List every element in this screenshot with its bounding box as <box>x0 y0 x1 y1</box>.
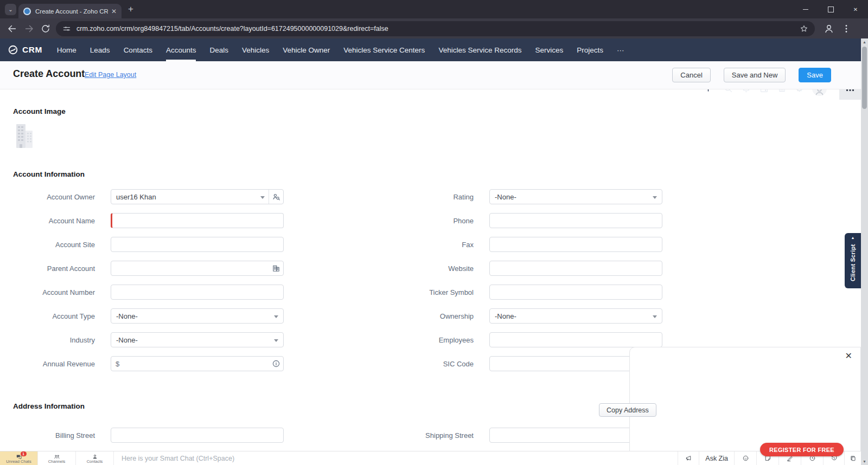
zoho-crm-logo[interactable]: CRM <box>8 44 42 55</box>
account-site-input[interactable] <box>111 237 284 252</box>
window-controls: ✕ <box>793 0 868 18</box>
website-input[interactable] <box>489 261 662 276</box>
profile-icon[interactable] <box>824 23 834 34</box>
chevron-down-icon <box>260 196 265 199</box>
parent-account-input[interactable] <box>111 261 284 276</box>
account-owner-value: user16 Khan <box>116 193 156 201</box>
rating-select[interactable]: -None- <box>489 189 662 204</box>
tab-close-icon[interactable]: ✕ <box>111 8 117 15</box>
phone-input[interactable] <box>489 213 662 228</box>
nav-item-services[interactable]: Services <box>535 38 563 61</box>
smart-chat-input[interactable]: Here is your Smart Chat (Ctrl+Space) <box>114 451 678 465</box>
chat-tab-contacts[interactable]: Contacts <box>76 451 114 465</box>
edit-page-layout-link[interactable]: Edit Page Layout <box>85 71 136 79</box>
section-title-account-information: Account Information <box>13 170 85 178</box>
account-number-input[interactable] <box>111 285 284 300</box>
field-control-account-name <box>111 213 284 228</box>
ownership-select[interactable]: -None- <box>489 308 662 324</box>
window-close-button[interactable]: ✕ <box>843 0 868 18</box>
info-icon <box>272 359 280 368</box>
nav-item-vehicles[interactable]: Vehicles <box>242 38 269 61</box>
industry-value: -None- <box>116 336 138 344</box>
form-row-shipping-street: Shipping Street <box>392 428 668 443</box>
nav-item-vehicles-service-centers[interactable]: Vehicles Service Centers <box>343 38 425 61</box>
url-bar[interactable]: crm.zoho.com/crm/org849847215/tab/Accoun… <box>56 21 815 36</box>
nav-item-leads[interactable]: Leads <box>90 38 110 61</box>
register-for-free-button[interactable]: REGISTER FOR FREE <box>760 443 844 456</box>
form-row-phone: Phone <box>392 213 668 228</box>
browser-tab[interactable]: Create Account - Zoho CRM ✕ <box>18 4 122 18</box>
chat-tab-unread-chats[interactable]: 1Unread Chats <box>0 451 38 465</box>
tab-title: Create Account - Zoho CRM <box>35 8 108 15</box>
unread-count-badge: 1 <box>21 451 27 456</box>
nav-item-vehicle-owner[interactable]: Vehicle Owner <box>283 38 330 61</box>
nav-item-more[interactable]: ··· <box>617 38 624 61</box>
field-control-annual-revenue: $ <box>111 356 284 371</box>
unread-chats-icon: 1 <box>16 453 22 458</box>
page-scrollbar[interactable]: ▲ ▼ <box>861 38 868 465</box>
account-name-input[interactable] <box>111 213 284 228</box>
field-label-account-name: Account Name <box>13 217 95 225</box>
page-header: Create Account Edit Page Layout Cancel S… <box>0 61 861 89</box>
bookmark-star-icon[interactable] <box>800 24 808 33</box>
save-button[interactable]: Save <box>799 68 831 82</box>
account-type-select[interactable]: -None- <box>111 308 284 324</box>
window-minimize-button[interactable] <box>793 0 818 18</box>
field-control-fax <box>489 237 662 252</box>
new-tab-button[interactable]: + <box>128 4 133 14</box>
nav-item-projects[interactable]: Projects <box>577 38 603 61</box>
scrollbar-down-arrow[interactable]: ▼ <box>861 460 868 463</box>
account-lookup-icon[interactable] <box>272 264 280 273</box>
chevron-down-icon <box>653 315 657 318</box>
cancel-button[interactable]: Cancel <box>672 68 710 82</box>
scrollbar-thumb[interactable] <box>862 47 867 109</box>
reload-button[interactable] <box>40 23 51 34</box>
billing-street-input[interactable] <box>111 428 284 443</box>
smart-chat-bar: 1Unread ChatsChannelsContacts Here is yo… <box>0 451 861 465</box>
zia-assistant-icon[interactable] <box>734 451 756 465</box>
tab-search-button[interactable]: ⌄ <box>5 4 16 15</box>
brand-name: CRM <box>22 45 42 55</box>
overlay-popup: ✕ <box>629 347 861 451</box>
nav-item-home[interactable]: Home <box>57 38 76 61</box>
nav-item-deals[interactable]: Deals <box>209 38 228 61</box>
form-row-website: Website <box>392 261 668 276</box>
rating-value: -None- <box>495 193 516 201</box>
account-owner-select[interactable]: user16 Khan <box>111 189 284 204</box>
field-label-ownership: Ownership <box>392 312 474 320</box>
form-row-account-site: Account Site <box>13 237 290 252</box>
forward-button[interactable] <box>24 23 35 34</box>
field-label-shipping-street: Shipping Street <box>392 431 474 440</box>
fax-input[interactable] <box>489 237 662 252</box>
annual-revenue-input[interactable] <box>111 356 284 371</box>
copy-address-button[interactable]: Copy Address <box>599 403 656 417</box>
popup-close-icon[interactable]: ✕ <box>845 351 852 361</box>
nav-item-accounts[interactable]: Accounts <box>166 38 196 61</box>
industry-select[interactable]: -None- <box>111 332 284 347</box>
ask-zia-label: Ask Zia <box>699 455 734 462</box>
ticker-symbol-input[interactable] <box>489 285 662 300</box>
field-control-website <box>489 261 662 276</box>
owner-lookup-icon[interactable] <box>269 190 283 204</box>
scrollbar-up-arrow[interactable]: ▲ <box>861 40 868 44</box>
field-label-sic-code: SIC Code <box>392 360 474 368</box>
back-button[interactable] <box>7 23 17 34</box>
copy-notes-icon[interactable] <box>844 451 861 465</box>
employees-input[interactable] <box>489 332 662 347</box>
client-script-tab[interactable]: ▲ Client Script <box>845 233 861 288</box>
form-row-account-name: Account Name <box>13 213 290 228</box>
announcements-megaphone-icon[interactable] <box>678 451 699 465</box>
form-row-rating: Rating-None- <box>392 189 668 204</box>
window-maximize-button[interactable] <box>818 0 843 18</box>
menu-kebab-icon[interactable] <box>841 23 852 34</box>
nav-item-vehicles-service-records[interactable]: Vehicles Service Records <box>438 38 521 61</box>
nav-item-contacts[interactable]: Contacts <box>124 38 152 61</box>
ask-zia-button[interactable]: Ask Zia <box>699 451 734 465</box>
form-row-sic-code: SIC Code <box>392 356 668 371</box>
header-actions: Cancel Save and New Save <box>672 68 831 82</box>
field-control-industry: -None- <box>111 332 284 347</box>
chat-tab-channels[interactable]: Channels <box>38 451 76 465</box>
save-and-new-button[interactable]: Save and New <box>724 68 786 82</box>
account-image-placeholder[interactable] <box>14 122 35 152</box>
site-controls-icon[interactable] <box>62 24 71 33</box>
